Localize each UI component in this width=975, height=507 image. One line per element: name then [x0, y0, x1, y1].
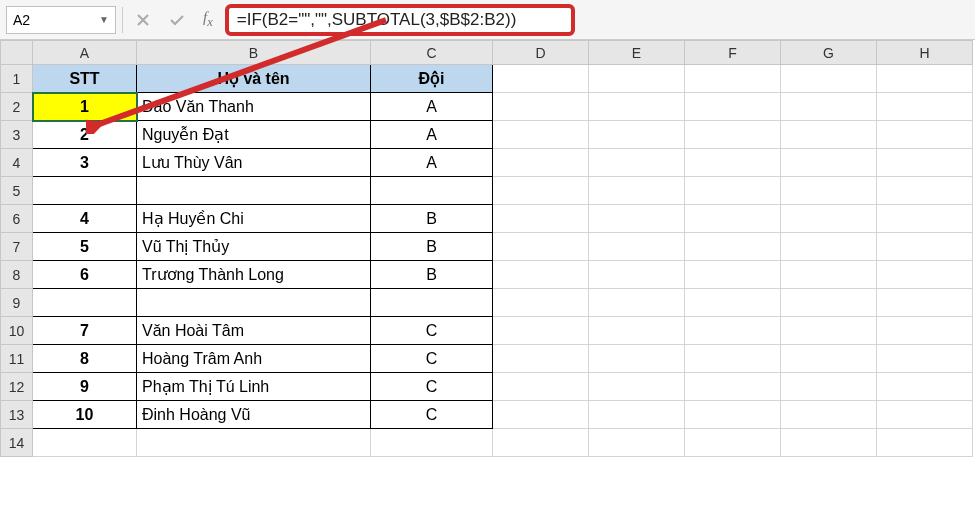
empty-cell[interactable] — [589, 373, 685, 401]
empty-cell[interactable] — [589, 317, 685, 345]
cell-stt[interactable]: 10 — [33, 401, 137, 429]
empty-cell[interactable] — [589, 429, 685, 457]
empty-cell[interactable] — [493, 317, 589, 345]
cancel-formula-button[interactable] — [129, 7, 157, 33]
row-header[interactable]: 5 — [1, 177, 33, 205]
row-header[interactable]: 4 — [1, 149, 33, 177]
cell-team[interactable]: C — [371, 317, 493, 345]
cell-team[interactable]: B — [371, 205, 493, 233]
empty-cell[interactable] — [781, 93, 877, 121]
empty-cell[interactable] — [685, 401, 781, 429]
cell-name[interactable]: Phạm Thị Tú Linh — [137, 373, 371, 401]
row-header[interactable]: 2 — [1, 93, 33, 121]
cell-team[interactable]: C — [371, 401, 493, 429]
empty-cell[interactable] — [877, 261, 973, 289]
cell-name[interactable]: Văn Hoài Tâm — [137, 317, 371, 345]
empty-cell[interactable] — [685, 93, 781, 121]
cell-stt[interactable] — [33, 289, 137, 317]
empty-cell[interactable] — [589, 177, 685, 205]
table-header-C[interactable]: Đội — [371, 65, 493, 93]
empty-cell[interactable] — [781, 65, 877, 93]
col-header-C[interactable]: C — [371, 41, 493, 65]
empty-cell[interactable] — [685, 65, 781, 93]
col-header-D[interactable]: D — [493, 41, 589, 65]
empty-cell[interactable] — [877, 65, 973, 93]
empty-cell[interactable] — [877, 317, 973, 345]
cell-name[interactable]: Đào Văn Thanh — [137, 93, 371, 121]
empty-cell[interactable] — [877, 149, 973, 177]
empty-cell[interactable] — [781, 121, 877, 149]
empty-cell[interactable] — [493, 121, 589, 149]
formula-input[interactable]: =IF(B2="","",SUBTOTAL(3,$B$2:B2)) — [237, 10, 517, 30]
cell-stt[interactable]: 7 — [33, 317, 137, 345]
empty-cell[interactable] — [493, 345, 589, 373]
empty-cell[interactable] — [589, 65, 685, 93]
col-header-F[interactable]: F — [685, 41, 781, 65]
empty-cell[interactable] — [493, 177, 589, 205]
empty-cell[interactable] — [877, 429, 973, 457]
empty-cell[interactable] — [877, 205, 973, 233]
row-header[interactable]: 13 — [1, 401, 33, 429]
chevron-down-icon[interactable]: ▼ — [99, 14, 109, 25]
empty-cell[interactable] — [493, 401, 589, 429]
empty-cell[interactable] — [877, 121, 973, 149]
empty-cell[interactable] — [685, 261, 781, 289]
name-box[interactable]: A2 ▼ — [6, 6, 116, 34]
cell-team[interactable]: C — [371, 345, 493, 373]
empty-cell[interactable] — [877, 345, 973, 373]
empty-cell[interactable] — [493, 205, 589, 233]
cell-name[interactable]: Lưu Thùy Vân — [137, 149, 371, 177]
cell-stt[interactable]: 8 — [33, 345, 137, 373]
empty-cell[interactable] — [589, 121, 685, 149]
empty-cell[interactable] — [877, 401, 973, 429]
row-header[interactable]: 7 — [1, 233, 33, 261]
empty-cell[interactable] — [877, 289, 973, 317]
empty-cell[interactable] — [589, 261, 685, 289]
cell-stt[interactable]: 6 — [33, 261, 137, 289]
empty-cell[interactable] — [781, 429, 877, 457]
row-header[interactable]: 3 — [1, 121, 33, 149]
cell-team[interactable]: B — [371, 261, 493, 289]
row-header[interactable]: 8 — [1, 261, 33, 289]
empty-cell[interactable] — [685, 345, 781, 373]
empty-cell[interactable] — [781, 205, 877, 233]
empty-cell[interactable] — [877, 93, 973, 121]
empty-cell[interactable] — [493, 149, 589, 177]
spreadsheet-grid[interactable]: A B C D E F G H 1STTHọ và tênĐội21Đào Vă… — [0, 40, 975, 457]
empty-cell[interactable] — [781, 373, 877, 401]
empty-cell[interactable] — [589, 289, 685, 317]
empty-cell[interactable] — [781, 177, 877, 205]
cell-stt[interactable]: 5 — [33, 233, 137, 261]
cell-name[interactable]: Vũ Thị Thủy — [137, 233, 371, 261]
row-header[interactable]: 14 — [1, 429, 33, 457]
cell-name[interactable]: Nguyễn Đạt — [137, 121, 371, 149]
cell-team[interactable]: C — [371, 373, 493, 401]
row-header[interactable]: 1 — [1, 65, 33, 93]
fx-icon[interactable]: fx — [197, 9, 219, 30]
cell-name[interactable]: Trương Thành Long — [137, 261, 371, 289]
empty-cell[interactable] — [685, 177, 781, 205]
empty-cell[interactable] — [781, 345, 877, 373]
empty-cell[interactable] — [685, 317, 781, 345]
col-header-A[interactable]: A — [33, 41, 137, 65]
empty-cell[interactable] — [493, 373, 589, 401]
cell-name[interactable]: Hoàng Trâm Anh — [137, 345, 371, 373]
empty-cell[interactable] — [877, 177, 973, 205]
cell-team[interactable] — [371, 177, 493, 205]
cell-name[interactable]: Đinh Hoàng Vũ — [137, 401, 371, 429]
col-header-H[interactable]: H — [877, 41, 973, 65]
select-all-corner[interactable] — [1, 41, 33, 65]
empty-cell[interactable] — [589, 233, 685, 261]
row-header[interactable]: 6 — [1, 205, 33, 233]
empty-cell[interactable] — [589, 205, 685, 233]
accept-formula-button[interactable] — [163, 7, 191, 33]
empty-cell[interactable] — [685, 429, 781, 457]
empty-cell[interactable] — [137, 429, 371, 457]
row-header[interactable]: 12 — [1, 373, 33, 401]
cell-team[interactable]: A — [371, 93, 493, 121]
empty-cell[interactable] — [493, 261, 589, 289]
row-header[interactable]: 9 — [1, 289, 33, 317]
empty-cell[interactable] — [685, 373, 781, 401]
empty-cell[interactable] — [685, 233, 781, 261]
empty-cell[interactable] — [781, 317, 877, 345]
